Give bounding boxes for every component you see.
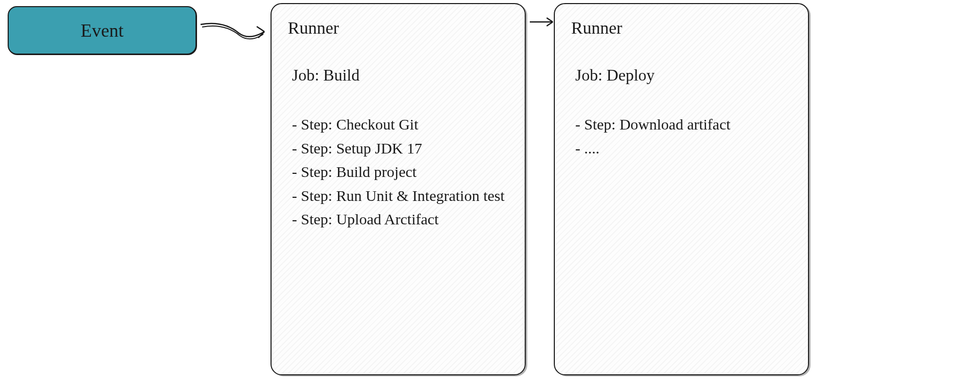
runner1-job-title: Job: Build [292,66,508,85]
step-line: - Step: Upload Arctifact [292,208,508,232]
step-line: - Step: Build project [292,160,508,184]
event-box: Event [8,6,197,55]
step-line: - Step: Setup JDK 17 [292,137,508,161]
runner-box-build: Runner Job: Build - Step: Checkout Git -… [271,3,526,375]
step-line: - .... [575,137,792,161]
runner1-title: Runner [288,18,508,38]
runner2-title: Runner [571,18,792,38]
step-line: - Step: Run Unit & Integration test [292,184,508,208]
runner1-steps: - Step: Checkout Git - Step: Setup JDK 1… [292,113,508,232]
step-line: - Step: Download artifact [575,113,792,137]
step-line: - Step: Checkout Git [292,113,508,137]
runner-box-deploy: Runner Job: Deploy - Step: Download arti… [554,3,809,375]
event-label: Event [81,20,124,41]
diagram-canvas: Event Runner Job: Build - Step: Checkout… [0,0,980,384]
runner2-job-title: Job: Deploy [575,66,792,85]
runner2-steps: - Step: Download artifact - .... [575,113,792,160]
arrow-event-to-runner1 [198,15,272,51]
arrow-runner1-to-runner2 [528,14,556,30]
